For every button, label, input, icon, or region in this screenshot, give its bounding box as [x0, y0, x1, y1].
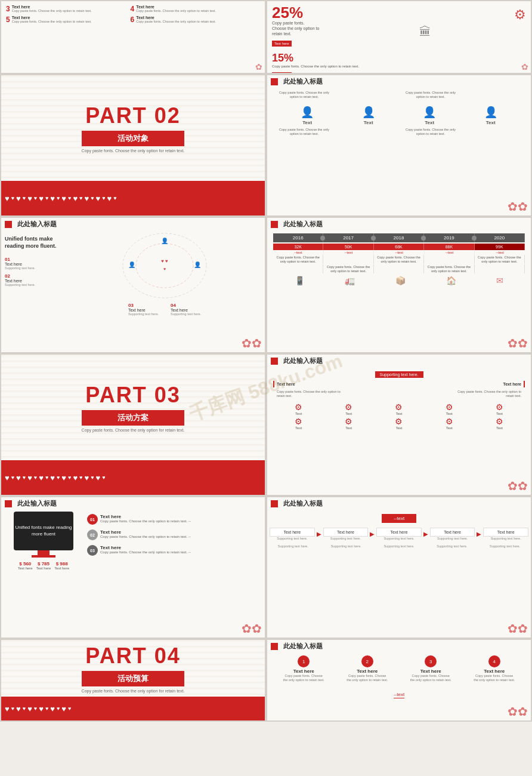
person-item-2: 👤 Text: [362, 106, 375, 125]
person-item-1: 👤 Text: [301, 106, 314, 125]
list-item-1: 01 Text here Copy paste fonts. Choose th…: [87, 514, 261, 525]
price-label-2: Text here: [36, 566, 51, 570]
flow-item-1: Text here Supporting text here.: [270, 528, 315, 541]
slide-part02: PART 02 活动对象 Copy paste fonts. Choose th…: [1, 75, 265, 215]
year-2018: 2018: [374, 233, 424, 242]
slide-r4c2-title: 此处输入标题: [283, 356, 323, 365]
desc2: Copy paste fonts. Choose the only option…: [272, 64, 359, 68]
part04-desc: Copy paste fonts. Choose the only option…: [82, 689, 185, 693]
num-circle-1: 1: [298, 655, 310, 667]
item-label-5: Text here: [12, 16, 92, 20]
svg-text:👤: 👤: [161, 237, 169, 245]
list-circle-1: 01: [87, 514, 98, 525]
svg-text:♥: ♥: [163, 267, 166, 271]
num-label-1: Text here: [283, 669, 324, 674]
slide-r5c1-title: 此处输入标题: [17, 499, 57, 508]
stat-68k: 68K: [374, 244, 424, 250]
flower-deco-r2c2: ✿✿: [508, 199, 528, 214]
year-2016: 2016: [273, 233, 323, 242]
flow-sub-4: Supporting text here.: [430, 537, 475, 541]
tree-icon-8: ⚙: [375, 417, 423, 426]
red-square-icon-r6c2: [271, 643, 278, 650]
tree-node-5: ⚙ Text: [475, 402, 524, 415]
part03-desc: Copy paste fonts. Choose the only option…: [82, 428, 185, 432]
flow-arrow-4: ▶: [476, 531, 482, 537]
person-icon-4: 👤: [484, 106, 497, 119]
icon-phone: 📱: [295, 276, 305, 285]
price-2: $ 785 Text here: [36, 561, 51, 570]
price-3: $ 988 Text here: [54, 561, 69, 570]
person-icon-2: 👤: [362, 106, 375, 119]
svg-text:👤: 👤: [128, 261, 136, 269]
desc-4: Copy paste fonts. Choose the only option…: [475, 255, 525, 264]
part04-number: PART 04: [82, 643, 185, 669]
r3c1-item3-sub: Supporting text here.: [128, 312, 159, 316]
flow-sub-3: Supporting text here.: [376, 537, 422, 541]
tree-node-1: ⚙ Text: [274, 402, 323, 415]
flow-sub-1: Supporting text here.: [270, 537, 315, 541]
tree-icon-9: ⚙: [425, 417, 474, 426]
tree-node-6: ⚙ Text: [274, 417, 323, 430]
tree-icon-5: ⚙: [475, 402, 524, 412]
monitor-text: Unified fonts make reading more fluent: [14, 525, 73, 537]
percent2: 15%: [272, 52, 359, 64]
desc-row-top: Copy paste fonts. Choose the only option…: [273, 255, 525, 264]
tree-node-10: ⚙ Text: [475, 417, 524, 430]
tree-icon-2: ⚙: [324, 402, 373, 412]
num-boxes: 1 Text here Copy paste fonts. Choose the…: [267, 653, 531, 684]
flow-desc-3: Supporting text here.: [377, 544, 422, 549]
person-label-1: Text: [302, 120, 312, 125]
num-sub-1: Copy paste fonts. Choose the only option…: [283, 674, 324, 682]
num-label-3: Text here: [410, 669, 451, 674]
slide-r5c1: 此处输入标题 Unified fonts make reading more f…: [1, 497, 265, 638]
slide-r3c1: 此处输入标题 Unified fonts make reading more f…: [1, 218, 265, 352]
price-label-3: Text here: [54, 566, 69, 570]
person-label-4: Text: [486, 120, 496, 125]
red-square-icon-r5c1: [5, 500, 12, 507]
flower-decoration-r1c1: ✿: [255, 62, 262, 72]
label-1: --text: [324, 251, 375, 254]
person-item-4: 👤 Text: [484, 106, 497, 125]
r3c1-item3-num: 03: [128, 303, 159, 308]
num-box-2: 2 Text here Copy paste fonts. Choose the…: [347, 655, 388, 682]
list-sub-3: Copy paste fonts. Choose the only option…: [100, 550, 191, 555]
slide-r2c2-title-bar: 此处输入标题: [267, 75, 531, 88]
list-text-3: Text here Copy paste fonts. Choose the o…: [100, 545, 191, 555]
flow-desc-5: Supporting text here.: [482, 544, 527, 549]
stat-32k: 32K: [273, 244, 323, 250]
slide-r3c1-title-bar: 此处输入标题: [1, 218, 265, 230]
flow-desc-4: Supporting text here.: [429, 544, 474, 549]
list-item-3: 03 Text here Copy paste fonts. Choose th…: [87, 545, 261, 556]
person-icon-1: 👤: [301, 106, 314, 119]
item-num-3: 3: [6, 5, 10, 13]
slide-r3c2-title: 此处输入标题: [283, 220, 323, 229]
part02-subtitle: 活动对象: [82, 131, 185, 146]
icon-truck: 🚛: [345, 276, 355, 285]
tree-node-2: ⚙ Text: [324, 402, 373, 415]
slide-r5c2: 此处输入标题 --text Text here Supporting text …: [267, 497, 531, 638]
slide-r3c2-title-bar: 此处输入标题: [267, 218, 531, 230]
tree-node-9: ⚙ Text: [425, 417, 474, 430]
r3c1-item4-sub: Supporting text here.: [171, 312, 201, 316]
slide-r5c1-title-bar: 此处输入标题: [1, 497, 265, 510]
r2c2-desc1: Copy paste fonts. Choose the only option…: [274, 91, 334, 98]
icon-home: 🏠: [446, 276, 456, 285]
item-sub-3: Copy paste fonts. Choose the only option…: [12, 9, 92, 13]
flow-box-4: Text here: [430, 528, 475, 537]
person-label-2: Text: [364, 120, 373, 125]
list-title-3: Text here: [100, 545, 191, 550]
flow-box-1: Text here: [270, 528, 315, 537]
tree-icon-1: ⚙: [274, 402, 323, 412]
part02-desc: Copy paste fonts. Choose the only option…: [82, 149, 185, 153]
flow-desc-row: Supporting text here. Supporting text he…: [267, 542, 531, 551]
price-num-2: $ 785: [36, 561, 51, 566]
label-3: --text: [425, 251, 475, 254]
monitor-stand: [38, 550, 50, 555]
r3c1-item2-label: Text here: [5, 279, 64, 283]
slides-grid: 3 Text here Copy paste fonts. Choose the…: [0, 0, 532, 722]
num-sub-3: Copy paste fonts. Choose the only option…: [410, 674, 451, 682]
price-label-1: Text here: [18, 566, 33, 570]
price-num-1: $ 560: [18, 561, 33, 566]
num-circle-3: 3: [425, 655, 437, 667]
desc-b2: [374, 264, 424, 273]
